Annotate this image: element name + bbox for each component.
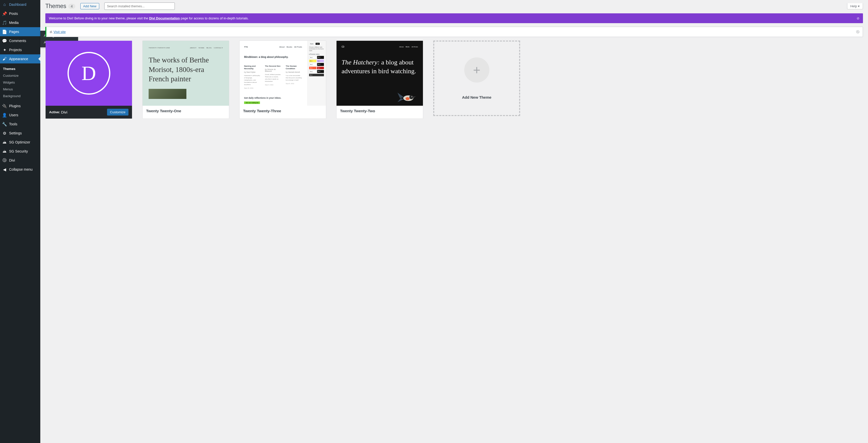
divi-notice: Welcome to Divi! Before diving in to you…	[45, 13, 863, 23]
divi-icon: Ⓓ	[2, 158, 7, 163]
thumb-headline: The Hatchery: a blog about adventures in…	[342, 58, 418, 75]
thumb-brand: TT3	[244, 46, 248, 48]
submenu-item-background[interactable]: Background	[0, 93, 40, 99]
svg-point-1	[409, 95, 413, 99]
visit-site-link[interactable]: Visit site	[53, 30, 65, 34]
thumb-logo-icon	[342, 46, 346, 48]
admin-sidebar: ⌂Dashboard 📌Posts 🎵Media 📄Pages 💬Comment…	[0, 0, 40, 443]
pin-icon: 📌	[2, 11, 7, 16]
svg-point-2	[411, 96, 412, 97]
thumb-nav: AboutBooksAll Posts	[277, 46, 302, 48]
divi-logo-icon: D	[67, 52, 110, 95]
add-new-theme-card[interactable]: + Add New Theme	[433, 40, 520, 116]
sidebar-item-divi[interactable]: ⒹDivi	[0, 156, 40, 165]
sidebar-item-plugins[interactable]: 🔌Plugins	[0, 101, 40, 110]
theme-thumbnail: D	[45, 41, 132, 106]
user-icon: 👤	[2, 112, 7, 117]
notice-text: d.	[50, 30, 53, 34]
sg-icon: ⛰	[2, 149, 7, 154]
thumb-headline: Mindblown: a blog about philosophy.	[244, 56, 302, 58]
submenu-item-customize[interactable]: Customize	[0, 72, 40, 79]
comment-icon: 💬	[2, 38, 7, 43]
sidebar-label: Dashboard	[9, 2, 26, 6]
main-content: Themes 4 Add New Help ▾ Welcome to Divi!…	[40, 0, 868, 443]
close-icon: ⓧ	[856, 30, 860, 34]
sidebar-label: Tools	[9, 122, 18, 126]
thumb-cta-title: Get daily reflections in your inbox.	[244, 96, 302, 100]
sidebar-item-sg-security[interactable]: ⛰SG Security	[0, 147, 40, 156]
themes-grid: D Active: Divi Customize TWENTY TWENTY-O…	[45, 40, 863, 119]
sidebar-label: Settings	[9, 131, 22, 135]
dashboard-icon: ⌂	[2, 2, 7, 7]
sidebar-label: Media	[9, 21, 19, 25]
theme-card-twenty-twenty-two[interactable]: AboutBirdsAll Posts The Hatchery: a blog…	[336, 40, 423, 119]
sidebar-label: Posts	[9, 11, 18, 15]
submenu-item-menus[interactable]: Menus	[0, 86, 40, 93]
sidebar-item-dashboard[interactable]: ⌂Dashboard	[0, 0, 40, 9]
sidebar-item-collapse[interactable]: ◀Collapse menu	[0, 165, 40, 174]
page-title: Themes	[45, 3, 66, 9]
sidebar-item-users[interactable]: 👤Users	[0, 110, 40, 120]
sidebar-item-comments[interactable]: 💬Comments	[0, 36, 40, 45]
sidebar-label: Divi	[9, 158, 15, 162]
theme-name: Twenty Twenty-One	[146, 109, 181, 113]
plug-icon: 🔌	[2, 103, 7, 108]
sidebar-item-media[interactable]: 🎵Media	[0, 18, 40, 27]
submenu-item-widgets[interactable]: Widgets	[0, 79, 40, 86]
sidebar-item-appearance[interactable]: 🖌Appearance	[0, 55, 40, 63]
dismiss-button[interactable]: ⓧ	[855, 29, 860, 34]
close-icon: ⊘	[857, 16, 860, 20]
theme-name: Twenty Twenty-Three	[243, 109, 281, 113]
sidebar-label: Users	[9, 113, 19, 117]
theme-count-badge: 4	[68, 4, 75, 9]
customize-button[interactable]: Customize	[107, 109, 128, 115]
sidebar-item-tools[interactable]: 🔧Tools	[0, 120, 40, 129]
brush-icon: 🖌	[2, 56, 7, 61]
thumb-headline: The works of Berthe Morisot, 1800s-era F…	[149, 55, 223, 84]
settings-icon: ⚙	[2, 131, 7, 136]
site-notice: d. Visit site ⓧ	[45, 27, 863, 37]
notice-text: Welcome to Divi! Before diving in to you…	[49, 16, 149, 20]
sidebar-label: SG Security	[9, 149, 28, 153]
media-icon: 🎵	[2, 20, 7, 25]
divi-documentation-link[interactable]: Divi Documentation	[149, 16, 180, 20]
search-input[interactable]	[104, 2, 175, 10]
thumb-columns: Naming and Necessityby Saul KripkeIntere…	[244, 65, 302, 89]
sidebar-label: Appearance	[9, 57, 28, 61]
notice-text: page for access to dozens of in-depth tu…	[180, 16, 249, 20]
add-new-theme-label: Add New Theme	[462, 95, 491, 99]
submenu-item-themes[interactable]: Themes	[0, 65, 40, 72]
sg-icon: ⛰	[2, 140, 7, 145]
bird-icon	[396, 90, 419, 103]
thumb-brand: TWENTY TWENTY-ONE	[149, 47, 170, 49]
page-header: Themes 4 Add New Help ▾	[45, 2, 863, 10]
add-new-button[interactable]: Add New	[80, 3, 99, 9]
theme-name: Divi	[61, 110, 67, 114]
collapse-icon: ◀	[2, 167, 7, 172]
theme-card-twenty-twenty-one[interactable]: TWENTY TWENTY-ONEABOUT WORK BLOG CONTACT…	[142, 40, 229, 119]
page-icon: 📄	[2, 29, 7, 34]
help-button[interactable]: Help ▾	[847, 3, 863, 9]
appearance-submenu: Themes Customize Widgets Menus Backgroun…	[0, 63, 40, 101]
thumb-side-panel: StylesEdit Choose a different style comb…	[307, 41, 326, 106]
sidebar-item-settings[interactable]: ⚙Settings	[0, 129, 40, 138]
theme-thumbnail: AboutBirdsAll Posts The Hatchery: a blog…	[337, 41, 423, 106]
sidebar-label: Projects	[9, 48, 22, 52]
sidebar-item-posts[interactable]: 📌Posts	[0, 9, 40, 18]
active-label: Active:	[49, 110, 60, 114]
theme-thumbnail: TT3AboutBooksAll Posts Mindblown: a blog…	[240, 41, 326, 106]
thumb-image	[149, 89, 186, 99]
svg-point-3	[406, 97, 409, 100]
theme-card-twenty-twenty-three[interactable]: TT3AboutBooksAll Posts Mindblown: a blog…	[239, 40, 326, 119]
sidebar-label: Pages	[9, 30, 19, 34]
sidebar-label: Plugins	[9, 104, 21, 108]
sidebar-item-projects[interactable]: ✦Projects	[0, 45, 40, 55]
sidebar-label: SG Optimizer	[9, 140, 30, 144]
sidebar-item-pages[interactable]: 📄Pages	[0, 27, 40, 36]
sidebar-label: Collapse menu	[9, 167, 32, 171]
thumb-nav: ABOUT WORK BLOG CONTACT	[190, 47, 223, 49]
sidebar-item-sg-optimizer[interactable]: ⛰SG Optimizer	[0, 138, 40, 147]
theme-card-divi[interactable]: D Active: Divi Customize	[45, 40, 132, 119]
plus-icon: +	[464, 57, 489, 82]
dismiss-button[interactable]: ⊘	[856, 16, 861, 21]
